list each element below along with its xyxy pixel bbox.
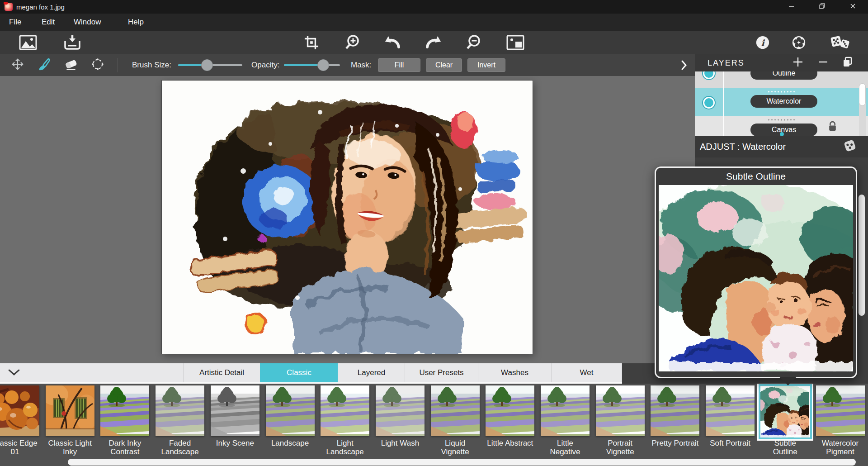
adjust-title: ADJUST : Watercolor <box>700 136 786 157</box>
preset-liquid-vignette[interactable]: Liquid Vignette <box>428 384 483 466</box>
brush-options-bar: Brush Size: Opacity: Mask: Fill Clear In… <box>0 54 695 76</box>
layer-name-pill[interactable]: Outline <box>750 71 817 80</box>
layer-row-watercolor[interactable]: Watercolor <box>695 88 868 116</box>
undo-icon[interactable] <box>384 35 401 50</box>
crop-icon[interactable] <box>304 35 319 50</box>
preset-subtle-outline[interactable]: Subtle Outline <box>758 384 813 466</box>
mask-clear-button[interactable]: Clear <box>426 58 462 72</box>
preset-horizontal-scrollbar[interactable] <box>68 459 856 466</box>
move-tool-icon[interactable] <box>11 57 24 73</box>
preset-little-negative[interactable]: Little Negative <box>538 384 593 466</box>
restore-icon <box>819 3 825 11</box>
main-toolbar: i <box>0 31 868 54</box>
pro-badge <box>4 2 8 5</box>
preset-label: Portrait Vignette <box>596 439 644 456</box>
tab-classic[interactable]: Classic <box>260 363 338 382</box>
chevron-down-icon[interactable] <box>8 369 20 378</box>
menu-help[interactable]: Help <box>128 14 144 31</box>
random-dice-icon[interactable] <box>844 139 856 154</box>
adjust-scrollbar-thumb[interactable] <box>859 195 865 316</box>
visibility-toggle[interactable] <box>703 71 715 79</box>
layer-row-outline[interactable]: Outline <box>695 71 868 88</box>
style-flower-icon[interactable] <box>792 35 806 50</box>
window-controls <box>776 0 868 14</box>
slider-thumb[interactable] <box>317 59 329 71</box>
window-title: megan fox 1.jpg <box>16 3 65 11</box>
tab-layered[interactable]: Layered <box>338 363 405 382</box>
drag-handle-icon[interactable] <box>767 119 796 121</box>
preset-thumbnail-image <box>541 385 590 436</box>
tab-artistic-detail[interactable]: Artistic Detail <box>183 363 260 382</box>
menu-file[interactable]: File <box>9 14 21 31</box>
eraser-tool-icon[interactable] <box>64 57 78 73</box>
mask-invert-button[interactable]: Invert <box>467 58 505 72</box>
preset-label: Light Landscape <box>321 439 369 456</box>
redo-icon[interactable] <box>425 35 442 50</box>
slider-thumb[interactable] <box>201 59 213 71</box>
tab-washes[interactable]: Washes <box>478 363 551 382</box>
layers-title: LAYERS <box>708 54 745 71</box>
menu-edit[interactable]: Edit <box>42 14 55 31</box>
layers-list: Outline Watercolor Canvas <box>695 71 868 136</box>
minimize-button[interactable] <box>776 0 807 14</box>
tab-wet[interactable]: Wet <box>551 363 622 382</box>
minimize-icon <box>788 3 794 11</box>
open-image-icon[interactable] <box>19 35 37 50</box>
random-dice-icon[interactable] <box>830 34 849 51</box>
opacity-label: Opacity: <box>251 54 279 76</box>
brush-size-slider[interactable] <box>178 59 242 71</box>
watercolor-artwork <box>162 81 533 354</box>
add-layer-icon[interactable] <box>793 57 803 69</box>
app-icon <box>5 3 13 11</box>
preset-light-wash[interactable]: Light Wash <box>373 384 428 466</box>
lock-icon[interactable] <box>828 121 837 134</box>
drag-handle-icon[interactable] <box>767 91 796 93</box>
canvas-image[interactable] <box>162 81 533 354</box>
preset-thumbnail-image <box>596 385 645 436</box>
remove-layer-icon[interactable] <box>818 57 828 69</box>
selection-tool-icon[interactable] <box>90 57 105 73</box>
visibility-toggle[interactable] <box>703 97 715 109</box>
before-after-icon[interactable] <box>506 35 524 50</box>
preset-soft-portrait[interactable]: Soft Portrait <box>703 384 758 466</box>
preset-classic-edge-01[interactable]: Classic Edge 01 <box>0 384 42 466</box>
mask-fill-button[interactable]: Fill <box>378 58 420 72</box>
close-icon <box>850 3 856 11</box>
preset-pretty-portrait[interactable]: Pretty Portrait <box>647 384 703 466</box>
preset-faded-landscape[interactable]: Faded Landscape <box>152 384 208 466</box>
tab-user-presets[interactable]: User Presets <box>405 363 478 382</box>
preset-preview-popup: Subtle Outline <box>655 166 857 378</box>
preset-light-landscape[interactable]: Light Landscape <box>317 384 373 466</box>
preset-label: Liquid Vignette <box>431 439 479 456</box>
layer-name-pill[interactable]: Watercolor <box>750 95 817 108</box>
scrollbar-thumb[interactable] <box>859 84 865 105</box>
mask-label: Mask: <box>351 54 371 76</box>
preset-dark-inky-contrast[interactable]: Dark Inky Contrast <box>97 384 152 466</box>
preset-thumbnails: Classic Edge 01Classic Light InkyDark In… <box>0 384 868 466</box>
preset-label: Soft Portrait <box>706 439 754 447</box>
paintbrush-tool-icon[interactable] <box>37 57 52 73</box>
menu-window[interactable]: Window <box>74 14 101 31</box>
menubar: File Edit Window Help <box>0 14 868 31</box>
divider <box>723 71 724 136</box>
layers-scrollbar[interactable] <box>859 71 866 136</box>
opacity-slider[interactable] <box>284 59 340 71</box>
duplicate-layer-icon[interactable] <box>842 56 854 70</box>
preset-thumbnail-image <box>651 385 699 436</box>
zoom-in-icon[interactable] <box>344 34 361 51</box>
preset-label: Subtle Outline <box>761 439 809 456</box>
preset-inky-scene[interactable]: Inky Scene <box>208 384 263 466</box>
chevron-right-icon[interactable] <box>681 60 687 72</box>
preset-watercolor-pigment[interactable]: Watercolor Pigment <box>813 384 868 466</box>
info-icon[interactable]: i <box>755 35 770 50</box>
preset-landscape[interactable]: Landscape <box>263 384 318 466</box>
close-button[interactable] <box>837 0 868 14</box>
maximize-button[interactable] <box>807 0 837 14</box>
preset-little-abstract[interactable]: Little Abstract <box>482 384 538 466</box>
preset-portrait-vignette[interactable]: Portrait Vignette <box>593 384 648 466</box>
preset-classic-light-inky[interactable]: Classic Light Inky <box>42 384 98 466</box>
zoom-out-icon[interactable] <box>466 34 482 51</box>
layer-name-pill[interactable]: Canvas <box>750 124 817 136</box>
preset-label: Light Wash <box>376 439 424 447</box>
save-export-ic[interactable] <box>63 35 81 50</box>
